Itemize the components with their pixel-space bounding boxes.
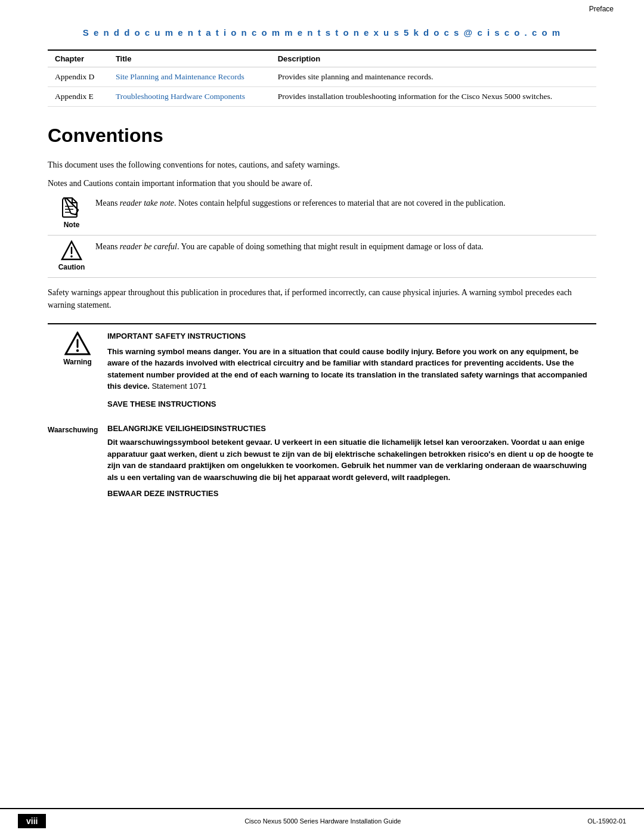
footer-page-number: viii bbox=[18, 814, 46, 828]
warning-icon-col: Warning bbox=[48, 330, 107, 366]
note-label: Note bbox=[64, 221, 80, 229]
note-row: Note Means reader take note. Notes conta… bbox=[48, 196, 596, 236]
caution-row: Caution Means reader be careful. You are… bbox=[48, 239, 596, 278]
banner-text: S e n d d o c u m e n t a t i o n c o m … bbox=[83, 27, 561, 38]
svg-point-11 bbox=[76, 349, 79, 352]
warning-body: This warning symbol means danger. You ar… bbox=[107, 346, 596, 392]
conventions-title: Conventions bbox=[48, 125, 596, 147]
waarschuwing-label-col: Waarschuwing bbox=[48, 424, 107, 435]
page-header: Preface bbox=[0, 0, 644, 16]
note-icon-col: Note bbox=[48, 196, 95, 229]
table-row: Appendix E Troubleshooting Hardware Comp… bbox=[48, 87, 596, 107]
warning-title: IMPORTANT SAFETY INSTRUCTIONS bbox=[107, 330, 596, 342]
row1-title: Site Planning and Maintenance Records bbox=[109, 67, 271, 87]
svg-line-2 bbox=[71, 213, 76, 215]
row1-title-link[interactable]: Site Planning and Maintenance Records bbox=[116, 72, 244, 81]
warning-icon bbox=[64, 332, 91, 355]
conventions-section: Conventions This document uses the follo… bbox=[48, 125, 596, 498]
warning-row: Warning IMPORTANT SAFETY INSTRUCTIONS Th… bbox=[48, 330, 596, 418]
row2-chapter: Appendix E bbox=[48, 87, 109, 107]
row1-desc: Provides site planning and maintenance r… bbox=[271, 67, 596, 87]
waarschuwing-content: BELANGRIJKE VEILIGHEIDSINSTRUCTIES Dit w… bbox=[107, 424, 596, 498]
page-footer: viii Cisco Nexus 5000 Series Hardware In… bbox=[0, 808, 644, 833]
caution-label: Caution bbox=[58, 263, 85, 271]
caution-icon bbox=[61, 240, 82, 261]
footer-center-text: Cisco Nexus 5000 Series Hardware Install… bbox=[58, 817, 587, 825]
send-docs-banner: S e n d d o c u m e n t a t i o n c o m … bbox=[48, 27, 596, 38]
waarschuwing-row: Waarschuwing BELANGRIJKE VEILIGHEIDSINST… bbox=[48, 424, 596, 498]
waarschuwing-title: BELANGRIJKE VEILIGHEIDSINSTRUCTIES bbox=[107, 424, 596, 433]
row1-chapter: Appendix D bbox=[48, 67, 109, 87]
conventions-intro2: Notes and Cautions contain important inf… bbox=[48, 177, 596, 190]
warning-section: Warning IMPORTANT SAFETY INSTRUCTIONS Th… bbox=[48, 323, 596, 498]
safety-intro: Safety warnings appear throughout this p… bbox=[48, 286, 596, 311]
header-label: Preface bbox=[589, 5, 614, 13]
waarschuwing-body: Dit waarschuwingssymbool betekent gevaar… bbox=[107, 436, 596, 483]
row2-title-link[interactable]: Troubleshooting Hardware Components bbox=[116, 92, 245, 101]
col-description: Description bbox=[271, 50, 596, 67]
caution-text: Means reader be careful. You are capable… bbox=[95, 239, 596, 253]
content-area: S e n d d o c u m e n t a t i o n c o m … bbox=[0, 16, 644, 534]
caution-icon-col: Caution bbox=[48, 239, 95, 271]
svg-point-8 bbox=[70, 255, 73, 258]
warning-content: IMPORTANT SAFETY INSTRUCTIONS This warni… bbox=[107, 330, 596, 418]
table-row: Appendix D Site Planning and Maintenance… bbox=[48, 67, 596, 87]
save-instructions: SAVE THESE INSTRUCTIONS bbox=[107, 398, 596, 410]
note-icon bbox=[60, 197, 83, 218]
col-chapter: Chapter bbox=[48, 50, 109, 67]
warning-label: Warning bbox=[63, 358, 92, 366]
chapter-table: Chapter Title Description Appendix D Sit… bbox=[48, 49, 596, 107]
footer-right-text: OL-15902-01 bbox=[587, 817, 626, 825]
note-text: Means reader take note. Notes contain he… bbox=[95, 196, 596, 209]
col-title: Title bbox=[109, 50, 271, 67]
waarschuwing-label: Waarschuwing bbox=[48, 426, 98, 434]
bewaar-title: BEWAAR DEZE INSTRUCTIES bbox=[107, 489, 596, 498]
conventions-intro1: This document uses the following convent… bbox=[48, 159, 596, 171]
row2-title: Troubleshooting Hardware Components bbox=[109, 87, 271, 107]
row2-desc: Provides installation troubleshooting in… bbox=[271, 87, 596, 107]
